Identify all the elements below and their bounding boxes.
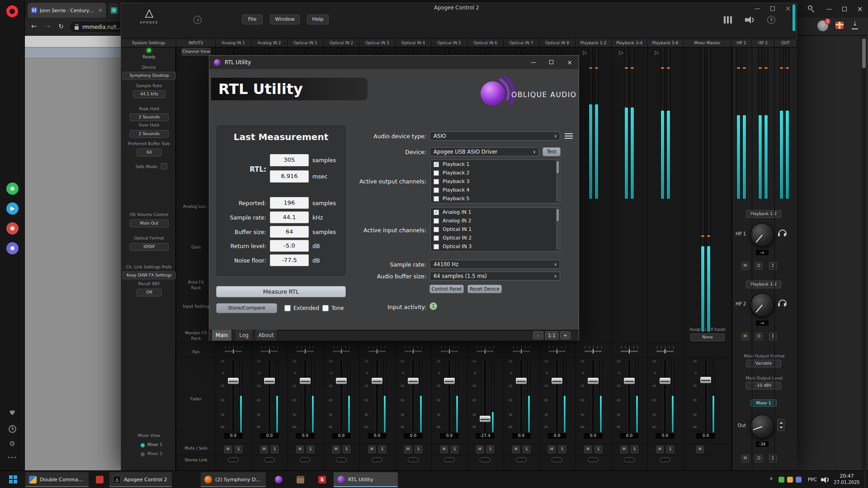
input-channel-option[interactable]: Optical IN 1 — [431, 225, 560, 234]
ch12-solo-button[interactable]: S — [631, 446, 638, 453]
ch10-fader-handle[interactable] — [551, 377, 563, 385]
input-channel-option[interactable]: Optical IN 2 — [431, 234, 560, 242]
ch13-solo-button[interactable]: S — [666, 446, 674, 453]
ch1-solo-button[interactable]: S — [235, 446, 242, 453]
buffer-size-value[interactable]: 64 — [270, 226, 309, 238]
taskbar-item-5[interactable] — [271, 472, 287, 487]
menu-hamburger-icon[interactable] — [565, 133, 573, 139]
ch10-solo-button[interactable]: S — [558, 446, 566, 453]
ch2-pan-thumb[interactable] — [269, 349, 270, 354]
assign-sw-inputs-button[interactable]: None — [690, 333, 725, 341]
zoom-reset-button[interactable]: 1:1 — [545, 331, 558, 339]
play-icon[interactable]: ▷ — [581, 49, 589, 56]
device-dropdown[interactable]: Apogee USB ASIO Driver∨ — [429, 147, 539, 156]
hp2-knob[interactable] — [750, 293, 774, 317]
clock-date[interactable]: 27.01.2025 — [832, 480, 862, 485]
hp1-mute-button[interactable]: M — [741, 262, 749, 270]
ch9-fader-handle[interactable] — [515, 377, 527, 385]
rtl-titlebar[interactable]: RTL Utility — × — [209, 56, 579, 69]
menu-help[interactable]: Help — [307, 14, 329, 24]
rtl-msec-value[interactable]: 6.916 — [270, 170, 309, 183]
input-channel-checkbox[interactable]: ✓ — [434, 210, 439, 215]
taskbar-item-4[interactable]: (2) Symphony Desk... — [201, 472, 266, 487]
taskbar-item-6[interactable] — [293, 472, 308, 487]
tab-log[interactable]: Log — [236, 330, 253, 341]
input-list-scrollbar[interactable] — [556, 208, 559, 250]
ch9-mute-button[interactable]: M — [512, 446, 520, 453]
ch2-stereo-link[interactable] — [264, 457, 275, 462]
ch8-mute-button[interactable]: M — [476, 446, 484, 453]
main-output-format-button[interactable]: Variable — [746, 360, 781, 367]
sample-rate-value[interactable]: 44.1 — [270, 211, 309, 223]
store-compare-button[interactable]: Store/Compare — [216, 303, 277, 313]
ch3-solo-button[interactable]: S — [307, 446, 314, 453]
output-channel-checkbox[interactable] — [434, 188, 439, 193]
clock-time[interactable]: 20:47 — [832, 473, 862, 479]
ch4-solo-button[interactable]: S — [343, 446, 350, 453]
hp2-source-button[interactable]: Playback 1-2 — [746, 281, 781, 288]
info-icon[interactable]: i — [193, 16, 202, 24]
ch11-solo-button[interactable]: S — [594, 446, 602, 453]
mixer-2-radio[interactable] — [141, 452, 145, 456]
ch7-pan-thumb[interactable] — [448, 349, 450, 354]
measure-rtl-button[interactable]: Measure RTL — [216, 286, 346, 297]
input-channel-option[interactable]: ✓Analog IN 1 — [431, 208, 560, 216]
zoom-out-button[interactable]: - — [533, 331, 543, 339]
ch2-mute-button[interactable]: M — [260, 446, 268, 453]
ch13-fader-handle[interactable] — [659, 377, 671, 385]
ch8-stereo-link[interactable] — [480, 457, 491, 462]
ch4-stereo-link[interactable] — [336, 457, 347, 462]
ch8-solo-button[interactable]: S — [486, 446, 494, 453]
menu-file[interactable]: File — [242, 14, 263, 24]
ch9-stereo-link[interactable] — [516, 457, 527, 462]
channel-view-button[interactable]: Channel View — [182, 48, 211, 56]
out-mute-button[interactable]: M — [741, 455, 749, 462]
ch13-mute-button[interactable]: M — [656, 446, 664, 453]
hp1-source-button[interactable]: Playback 1-2 — [746, 210, 781, 218]
input-channel-checkbox[interactable] — [434, 218, 439, 224]
ch7-fader-handle[interactable] — [443, 377, 455, 385]
tray-icon-3[interactable] — [796, 477, 802, 483]
output-channel-checkbox[interactable] — [434, 196, 439, 202]
ch8-fader-handle[interactable] — [479, 415, 491, 422]
ch7-stereo-link[interactable] — [444, 457, 455, 462]
language-indicator[interactable]: РУС — [806, 477, 819, 483]
setting-value-button[interactable]: 64 — [137, 149, 162, 156]
ch10-stereo-link[interactable] — [552, 457, 562, 462]
input-channel-checkbox[interactable] — [434, 227, 439, 232]
output-list-scroll-thumb[interactable] — [557, 161, 559, 173]
ch4-pan-thumb[interactable] — [340, 349, 342, 354]
ch7-mute-button[interactable]: M — [440, 446, 448, 453]
setting-value-button[interactable]: 2 Seconds — [130, 130, 169, 138]
ch12-fader-handle[interactable] — [623, 377, 635, 385]
ch1-stereo-link[interactable] — [228, 457, 239, 462]
output-channel-option[interactable]: Playback 5 — [431, 194, 560, 203]
ch13-stereo-link[interactable] — [660, 457, 670, 462]
ch10-pan-thumb[interactable] — [556, 349, 558, 354]
reported-value[interactable]: 196 — [270, 197, 309, 209]
ch6-pan-thumb[interactable] — [412, 349, 414, 354]
taskbar-item-8[interactable]: RTL Utility — [334, 472, 398, 487]
reset-device-button[interactable]: Reset Device — [467, 285, 502, 293]
rtl-maximize-button[interactable] — [542, 56, 561, 69]
rtl-minimize-button[interactable]: — — [524, 56, 542, 69]
input-channel-option[interactable]: Optical IN 3 — [431, 242, 560, 251]
ch6-solo-button[interactable]: S — [415, 446, 422, 453]
hp1-dim-button[interactable]: D — [755, 262, 763, 270]
sample-rate-dropdown[interactable]: 44100 Hz∨ — [429, 260, 560, 269]
out-sum-button[interactable]: Σ — [769, 455, 777, 462]
tray-expand-icon[interactable]: ∧ — [768, 476, 775, 483]
ch5-fader-handle[interactable] — [371, 377, 383, 385]
ch1-mute-button[interactable]: M — [224, 446, 232, 453]
ch8-pan-thumb[interactable] — [484, 349, 486, 354]
input-channels-list[interactable]: ✓Analog IN 1Analog IN 2Optical IN 1Optic… — [430, 207, 560, 252]
ch5-solo-button[interactable]: S — [378, 446, 386, 453]
output-channel-option[interactable]: Playback 2 — [431, 169, 560, 177]
extended-checkbox[interactable] — [284, 305, 291, 311]
volume-icon[interactable] — [821, 476, 830, 483]
input-channel-option[interactable]: Analog IN 2 — [431, 216, 560, 225]
output-channel-checkbox[interactable] — [434, 179, 439, 184]
mixer-select-button[interactable]: Mixer 1 — [750, 399, 777, 407]
tray-icon-2[interactable] — [787, 477, 793, 483]
tone-checkbox[interactable] — [322, 305, 329, 311]
